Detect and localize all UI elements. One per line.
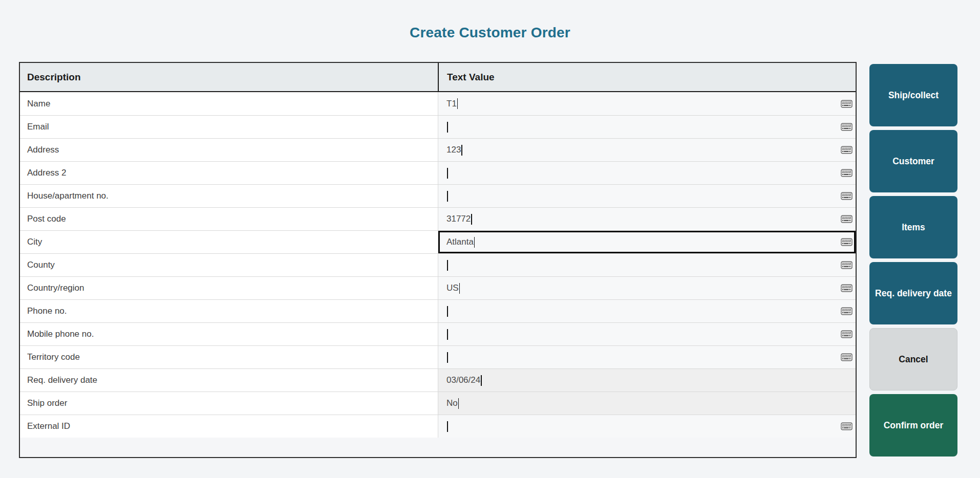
table-row: Name T1 — [20, 92, 856, 115]
row-label: Territory code — [20, 346, 438, 368]
button-label: Ship/collect — [888, 90, 939, 101]
row-label: County — [20, 254, 438, 276]
row-label: Email — [20, 116, 438, 138]
button-label: Confirm order — [884, 420, 944, 431]
column-header-text-value: Text Value — [438, 63, 856, 91]
keyboard-icon[interactable] — [841, 261, 853, 269]
table-row: Country/region US — [20, 276, 856, 299]
row-label: Name — [20, 92, 438, 115]
row-value-field[interactable]: 123 — [438, 139, 856, 161]
table-row: Address 123 — [20, 138, 856, 161]
keyboard-icon[interactable] — [841, 353, 853, 361]
table-row: External ID — [20, 415, 856, 438]
page-title: Create Customer Order — [0, 25, 980, 41]
table-row: Address 2 — [20, 161, 856, 184]
table-row: Territory code — [20, 345, 856, 368]
row-value-field[interactable] — [438, 415, 856, 438]
row-value-text: Atlanta — [446, 237, 474, 247]
req-delivery-date-button[interactable]: Req. delivery date — [869, 262, 957, 324]
keyboard-icon[interactable] — [841, 307, 853, 315]
row-value-field[interactable] — [438, 346, 856, 368]
items-button[interactable]: Items — [869, 196, 957, 258]
row-value-text: T1 — [446, 99, 457, 109]
confirm-order-button[interactable]: Confirm order — [869, 394, 957, 457]
text-cursor — [457, 98, 458, 109]
row-value-field: 03/06/24 — [438, 369, 856, 392]
row-label: Req. delivery date — [20, 369, 438, 392]
table-row: City Atlanta — [20, 230, 856, 253]
keyboard-icon[interactable] — [841, 330, 853, 338]
table-row: Ship order No — [20, 392, 856, 415]
keyboard-icon[interactable] — [841, 146, 853, 154]
row-label: Address 2 — [20, 162, 438, 184]
button-label: Cancel — [899, 354, 928, 365]
table-row: Phone no. — [20, 299, 856, 322]
row-value-text: No — [446, 398, 458, 408]
text-cursor — [471, 214, 472, 225]
row-label: Phone no. — [20, 300, 438, 322]
text-cursor — [447, 421, 448, 432]
text-cursor — [447, 329, 448, 340]
text-cursor — [474, 237, 475, 248]
action-button-column: Ship/collect Customer Items Req. deliver… — [869, 64, 957, 457]
keyboard-icon[interactable] — [841, 422, 853, 430]
cancel-button[interactable]: Cancel — [869, 328, 957, 390]
text-cursor — [447, 122, 448, 133]
content-layout: Description Text Value Name T1 — [19, 62, 957, 458]
table-row: Email — [20, 115, 856, 138]
order-form-table: Description Text Value Name T1 — [19, 62, 857, 458]
row-value-field[interactable]: T1 — [438, 92, 856, 115]
row-value-text: 03/06/24 — [446, 375, 480, 385]
text-cursor — [447, 168, 448, 179]
row-value-field: No — [438, 392, 856, 415]
row-value-text: 123 — [446, 145, 461, 155]
row-value-field[interactable]: 31772 — [438, 208, 856, 230]
row-value-field[interactable] — [438, 323, 856, 345]
keyboard-icon[interactable] — [841, 192, 853, 200]
text-cursor — [461, 145, 462, 156]
keyboard-icon[interactable] — [841, 215, 853, 223]
row-label: City — [20, 231, 438, 253]
text-cursor — [447, 306, 448, 317]
keyboard-icon[interactable] — [841, 100, 853, 108]
keyboard-icon[interactable] — [841, 284, 853, 292]
text-cursor — [447, 260, 448, 271]
table-row: Req. delivery date 03/06/24 — [20, 368, 856, 392]
button-label: Items — [902, 222, 925, 233]
keyboard-icon[interactable] — [841, 169, 853, 177]
ship-collect-button[interactable]: Ship/collect — [869, 64, 957, 126]
row-value-text: 31772 — [446, 214, 471, 224]
row-value-field[interactable] — [438, 185, 856, 207]
row-label: House/apartment no. — [20, 185, 438, 207]
row-label: Post code — [20, 208, 438, 230]
text-cursor — [458, 398, 459, 409]
customer-button[interactable]: Customer — [869, 130, 957, 192]
row-label: External ID — [20, 415, 438, 438]
row-value-field[interactable] — [438, 162, 856, 184]
text-cursor — [459, 283, 460, 294]
row-value-text: US — [446, 283, 459, 293]
text-cursor — [447, 352, 448, 363]
row-value-field[interactable] — [438, 254, 856, 276]
row-value-field[interactable] — [438, 116, 856, 138]
table-row: House/apartment no. — [20, 184, 856, 207]
row-value-field[interactable] — [438, 300, 856, 322]
keyboard-icon[interactable] — [841, 123, 853, 131]
keyboard-icon[interactable] — [841, 238, 853, 246]
button-label: Customer — [892, 156, 934, 167]
table-row: County — [20, 253, 856, 276]
button-label: Req. delivery date — [875, 288, 952, 299]
table-row: Post code 31772 — [20, 207, 856, 230]
text-cursor — [447, 191, 448, 202]
table-header-row: Description Text Value — [20, 63, 856, 92]
table-empty-filler — [20, 438, 856, 457]
row-label: Ship order — [20, 392, 438, 415]
column-header-description: Description — [20, 63, 438, 91]
row-value-field[interactable]: US — [438, 277, 856, 299]
table-body: Name T1 — [20, 92, 856, 438]
table-row: Mobile phone no. — [20, 322, 856, 345]
row-label: Address — [20, 139, 438, 161]
row-label: Country/region — [20, 277, 438, 299]
text-cursor — [481, 375, 482, 386]
row-value-field[interactable]: Atlanta — [438, 231, 856, 253]
